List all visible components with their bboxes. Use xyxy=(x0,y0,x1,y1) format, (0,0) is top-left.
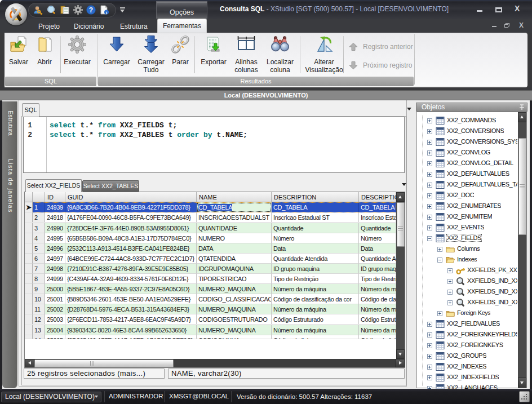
svg-text:i: i xyxy=(106,10,107,15)
svg-text:?: ? xyxy=(89,6,93,14)
